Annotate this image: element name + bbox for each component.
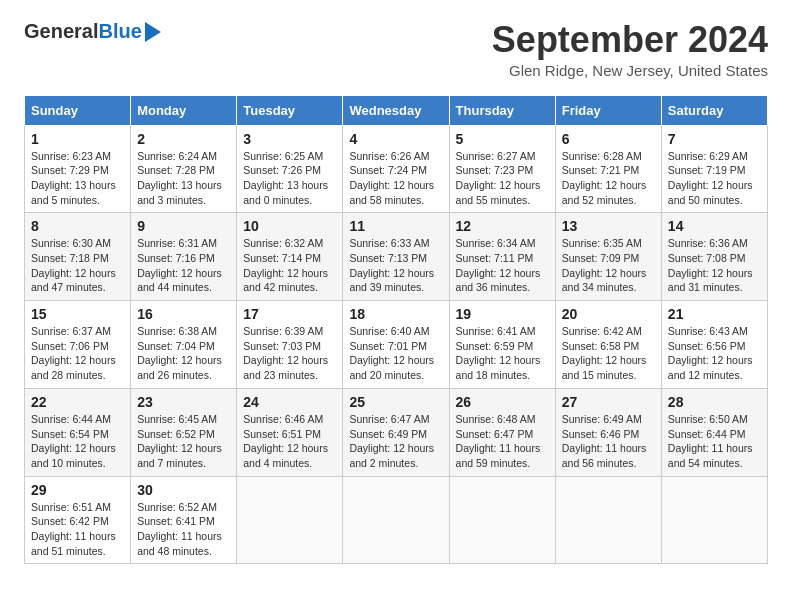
calendar-cell — [661, 476, 767, 564]
cell-text: Sunrise: 6:45 AMSunset: 6:52 PMDaylight:… — [137, 413, 222, 469]
month-title: September 2024 — [492, 20, 768, 60]
calendar-cell: 20Sunrise: 6:42 AMSunset: 6:58 PMDayligh… — [555, 301, 661, 389]
calendar-cell: 25Sunrise: 6:47 AMSunset: 6:49 PMDayligh… — [343, 388, 449, 476]
cell-text: Sunrise: 6:52 AMSunset: 6:41 PMDaylight:… — [137, 501, 222, 557]
day-number: 25 — [349, 394, 442, 410]
day-of-week-header: Thursday — [449, 95, 555, 125]
day-number: 13 — [562, 218, 655, 234]
calendar-cell: 28Sunrise: 6:50 AMSunset: 6:44 PMDayligh… — [661, 388, 767, 476]
calendar-cell: 15Sunrise: 6:37 AMSunset: 7:06 PMDayligh… — [25, 301, 131, 389]
calendar-cell: 30Sunrise: 6:52 AMSunset: 6:41 PMDayligh… — [131, 476, 237, 564]
day-of-week-header: Tuesday — [237, 95, 343, 125]
cell-text: Sunrise: 6:32 AMSunset: 7:14 PMDaylight:… — [243, 237, 328, 293]
day-number: 12 — [456, 218, 549, 234]
day-number: 16 — [137, 306, 230, 322]
cell-text: Sunrise: 6:29 AMSunset: 7:19 PMDaylight:… — [668, 150, 753, 206]
calendar-cell: 1Sunrise: 6:23 AMSunset: 7:29 PMDaylight… — [25, 125, 131, 213]
logo: GeneralBlue — [24, 20, 161, 43]
cell-text: Sunrise: 6:49 AMSunset: 6:46 PMDaylight:… — [562, 413, 647, 469]
calendar-cell — [555, 476, 661, 564]
day-of-week-header: Saturday — [661, 95, 767, 125]
cell-text: Sunrise: 6:43 AMSunset: 6:56 PMDaylight:… — [668, 325, 753, 381]
day-number: 17 — [243, 306, 336, 322]
cell-text: Sunrise: 6:34 AMSunset: 7:11 PMDaylight:… — [456, 237, 541, 293]
day-number: 15 — [31, 306, 124, 322]
day-number: 29 — [31, 482, 124, 498]
calendar-cell: 11Sunrise: 6:33 AMSunset: 7:13 PMDayligh… — [343, 213, 449, 301]
day-number: 7 — [668, 131, 761, 147]
calendar-cell: 13Sunrise: 6:35 AMSunset: 7:09 PMDayligh… — [555, 213, 661, 301]
day-number: 8 — [31, 218, 124, 234]
calendar-cell — [343, 476, 449, 564]
day-number: 5 — [456, 131, 549, 147]
calendar-week-row: 15Sunrise: 6:37 AMSunset: 7:06 PMDayligh… — [25, 301, 768, 389]
calendar-cell: 6Sunrise: 6:28 AMSunset: 7:21 PMDaylight… — [555, 125, 661, 213]
calendar-table: SundayMondayTuesdayWednesdayThursdayFrid… — [24, 95, 768, 565]
calendar-cell: 14Sunrise: 6:36 AMSunset: 7:08 PMDayligh… — [661, 213, 767, 301]
day-number: 22 — [31, 394, 124, 410]
cell-text: Sunrise: 6:24 AMSunset: 7:28 PMDaylight:… — [137, 150, 222, 206]
cell-text: Sunrise: 6:28 AMSunset: 7:21 PMDaylight:… — [562, 150, 647, 206]
calendar-cell: 18Sunrise: 6:40 AMSunset: 7:01 PMDayligh… — [343, 301, 449, 389]
cell-text: Sunrise: 6:51 AMSunset: 6:42 PMDaylight:… — [31, 501, 116, 557]
calendar-cell: 17Sunrise: 6:39 AMSunset: 7:03 PMDayligh… — [237, 301, 343, 389]
logo-blue-text: Blue — [98, 20, 141, 42]
title-section: September 2024 Glen Ridge, New Jersey, U… — [492, 20, 768, 79]
cell-text: Sunrise: 6:30 AMSunset: 7:18 PMDaylight:… — [31, 237, 116, 293]
cell-text: Sunrise: 6:42 AMSunset: 6:58 PMDaylight:… — [562, 325, 647, 381]
day-number: 2 — [137, 131, 230, 147]
day-number: 4 — [349, 131, 442, 147]
calendar-cell: 29Sunrise: 6:51 AMSunset: 6:42 PMDayligh… — [25, 476, 131, 564]
day-number: 1 — [31, 131, 124, 147]
calendar-week-row: 29Sunrise: 6:51 AMSunset: 6:42 PMDayligh… — [25, 476, 768, 564]
day-of-week-header: Sunday — [25, 95, 131, 125]
day-number: 23 — [137, 394, 230, 410]
calendar-cell: 9Sunrise: 6:31 AMSunset: 7:16 PMDaylight… — [131, 213, 237, 301]
day-of-week-header: Monday — [131, 95, 237, 125]
calendar-cell: 23Sunrise: 6:45 AMSunset: 6:52 PMDayligh… — [131, 388, 237, 476]
calendar-cell: 24Sunrise: 6:46 AMSunset: 6:51 PMDayligh… — [237, 388, 343, 476]
calendar-cell: 19Sunrise: 6:41 AMSunset: 6:59 PMDayligh… — [449, 301, 555, 389]
cell-text: Sunrise: 6:44 AMSunset: 6:54 PMDaylight:… — [31, 413, 116, 469]
day-number: 9 — [137, 218, 230, 234]
day-number: 18 — [349, 306, 442, 322]
calendar-cell: 12Sunrise: 6:34 AMSunset: 7:11 PMDayligh… — [449, 213, 555, 301]
cell-text: Sunrise: 6:35 AMSunset: 7:09 PMDaylight:… — [562, 237, 647, 293]
calendar-cell — [237, 476, 343, 564]
cell-text: Sunrise: 6:26 AMSunset: 7:24 PMDaylight:… — [349, 150, 434, 206]
day-number: 26 — [456, 394, 549, 410]
calendar-week-row: 8Sunrise: 6:30 AMSunset: 7:18 PMDaylight… — [25, 213, 768, 301]
cell-text: Sunrise: 6:47 AMSunset: 6:49 PMDaylight:… — [349, 413, 434, 469]
cell-text: Sunrise: 6:38 AMSunset: 7:04 PMDaylight:… — [137, 325, 222, 381]
cell-text: Sunrise: 6:37 AMSunset: 7:06 PMDaylight:… — [31, 325, 116, 381]
cell-text: Sunrise: 6:33 AMSunset: 7:13 PMDaylight:… — [349, 237, 434, 293]
day-number: 11 — [349, 218, 442, 234]
logo-general-text: GeneralBlue — [24, 20, 142, 43]
cell-text: Sunrise: 6:39 AMSunset: 7:03 PMDaylight:… — [243, 325, 328, 381]
calendar-cell: 2Sunrise: 6:24 AMSunset: 7:28 PMDaylight… — [131, 125, 237, 213]
calendar-cell: 7Sunrise: 6:29 AMSunset: 7:19 PMDaylight… — [661, 125, 767, 213]
calendar-cell: 16Sunrise: 6:38 AMSunset: 7:04 PMDayligh… — [131, 301, 237, 389]
cell-text: Sunrise: 6:50 AMSunset: 6:44 PMDaylight:… — [668, 413, 753, 469]
day-number: 6 — [562, 131, 655, 147]
calendar-header-row: SundayMondayTuesdayWednesdayThursdayFrid… — [25, 95, 768, 125]
calendar-cell — [449, 476, 555, 564]
day-number: 30 — [137, 482, 230, 498]
cell-text: Sunrise: 6:31 AMSunset: 7:16 PMDaylight:… — [137, 237, 222, 293]
calendar-week-row: 22Sunrise: 6:44 AMSunset: 6:54 PMDayligh… — [25, 388, 768, 476]
cell-text: Sunrise: 6:36 AMSunset: 7:08 PMDaylight:… — [668, 237, 753, 293]
cell-text: Sunrise: 6:25 AMSunset: 7:26 PMDaylight:… — [243, 150, 328, 206]
day-of-week-header: Friday — [555, 95, 661, 125]
calendar-cell: 3Sunrise: 6:25 AMSunset: 7:26 PMDaylight… — [237, 125, 343, 213]
calendar-cell: 21Sunrise: 6:43 AMSunset: 6:56 PMDayligh… — [661, 301, 767, 389]
day-number: 19 — [456, 306, 549, 322]
cell-text: Sunrise: 6:23 AMSunset: 7:29 PMDaylight:… — [31, 150, 116, 206]
day-of-week-header: Wednesday — [343, 95, 449, 125]
day-number: 20 — [562, 306, 655, 322]
day-number: 24 — [243, 394, 336, 410]
cell-text: Sunrise: 6:27 AMSunset: 7:23 PMDaylight:… — [456, 150, 541, 206]
cell-text: Sunrise: 6:40 AMSunset: 7:01 PMDaylight:… — [349, 325, 434, 381]
day-number: 3 — [243, 131, 336, 147]
day-number: 10 — [243, 218, 336, 234]
day-number: 28 — [668, 394, 761, 410]
